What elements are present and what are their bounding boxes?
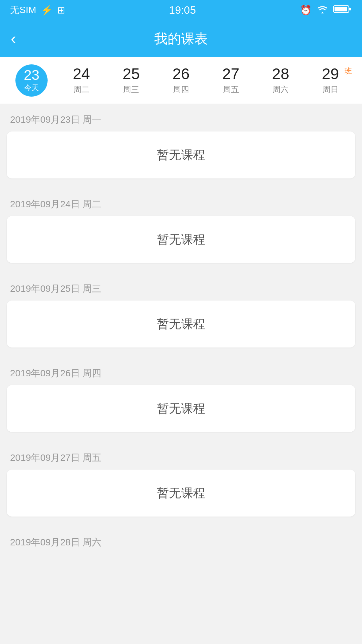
battery-icon: [333, 4, 352, 16]
no-course-0925: 暂无课程: [157, 316, 205, 332]
day-section-0925: 2019年09月25日 周三 暂无课程: [0, 273, 362, 347]
day-section-header-0925: 2019年09月25日 周三: [0, 273, 362, 301]
day-label-28: 周六: [273, 84, 289, 95]
day-label-27: 周五: [223, 84, 239, 95]
svg-rect-1: [335, 7, 347, 11]
course-card-0923: 暂无课程: [7, 131, 355, 178]
status-right: ⏰: [300, 4, 352, 16]
day-item-28[interactable]: 28 周六: [256, 66, 306, 95]
day-section-header-0928: 2019年09月28日 周六: [0, 527, 362, 554]
status-bar: 无SIM ⚡ ⊞ 19:05 ⏰: [0, 0, 362, 20]
course-card-0926: 暂无课程: [7, 385, 355, 432]
today-circle: 23 今天: [15, 64, 48, 97]
no-sim-label: 无SIM: [10, 4, 36, 16]
day-label-24: 周二: [73, 84, 89, 95]
day-item-25[interactable]: 25 周三: [106, 66, 156, 95]
no-course-0924: 暂无课程: [157, 231, 205, 248]
course-card-0925: 暂无课程: [7, 301, 355, 347]
no-course-0926: 暂无课程: [157, 400, 205, 417]
week-strip: 23 今天 24 周二 25 周三 26 周四 27 周五 28 周六 班 29…: [0, 57, 362, 104]
wifi-icon: [316, 4, 328, 16]
page-title: 我的课表: [154, 30, 208, 48]
day-section-header-0923: 2019年09月23日 周一: [0, 104, 362, 131]
day-label-29: 周日: [322, 84, 339, 95]
back-button[interactable]: ‹: [11, 31, 16, 47]
day-section-header-0924: 2019年09月24日 周二: [0, 189, 362, 216]
day-badge-29: 班: [345, 66, 352, 76]
day-number-25: 25: [123, 66, 140, 82]
day-item-24[interactable]: 24 周二: [57, 66, 107, 95]
status-left: 无SIM ⚡ ⊞: [10, 4, 65, 16]
day-label-25: 周三: [123, 84, 139, 95]
day-number-27: 27: [222, 66, 239, 82]
day-number-24: 24: [73, 66, 90, 82]
no-course-0927: 暂无课程: [157, 485, 205, 501]
day-section-header-0927: 2019年09月27日 周五: [0, 442, 362, 470]
day-item-29[interactable]: 班 29 周日: [305, 66, 355, 95]
day-label-26: 周四: [173, 84, 189, 95]
course-card-0927: 暂无课程: [7, 470, 355, 517]
day-item-27[interactable]: 27 周五: [206, 66, 256, 95]
today-label: 今天: [24, 83, 39, 93]
day-item-today[interactable]: 23 今天: [7, 64, 57, 97]
usb-icon: ⚡: [41, 5, 53, 16]
no-course-0923: 暂无课程: [157, 147, 205, 163]
today-number: 23: [24, 68, 40, 82]
svg-rect-2: [349, 8, 351, 10]
alarm-icon: ⏰: [300, 5, 312, 16]
course-card-0924: 暂无课程: [7, 216, 355, 263]
day-item-26[interactable]: 26 周四: [156, 66, 206, 95]
day-section-0926: 2019年09月26日 周四 暂无课程: [0, 358, 362, 432]
day-number-26: 26: [172, 66, 189, 82]
schedule-content: 2019年09月23日 周一 暂无课程 2019年09月24日 周二 暂无课程 …: [0, 104, 362, 554]
day-section-0928: 2019年09月28日 周六: [0, 527, 362, 554]
header: ‹ 我的课表: [0, 20, 362, 57]
status-time: 19:05: [169, 4, 196, 16]
day-number-28: 28: [272, 66, 289, 82]
day-section-0923: 2019年09月23日 周一 暂无课程: [0, 104, 362, 178]
sim-icon: ⊞: [57, 5, 65, 16]
day-section-0927: 2019年09月27日 周五 暂无课程: [0, 442, 362, 517]
day-number-29: 29: [322, 66, 339, 82]
day-section-header-0926: 2019年09月26日 周四: [0, 358, 362, 385]
day-section-0924: 2019年09月24日 周二 暂无课程: [0, 189, 362, 263]
